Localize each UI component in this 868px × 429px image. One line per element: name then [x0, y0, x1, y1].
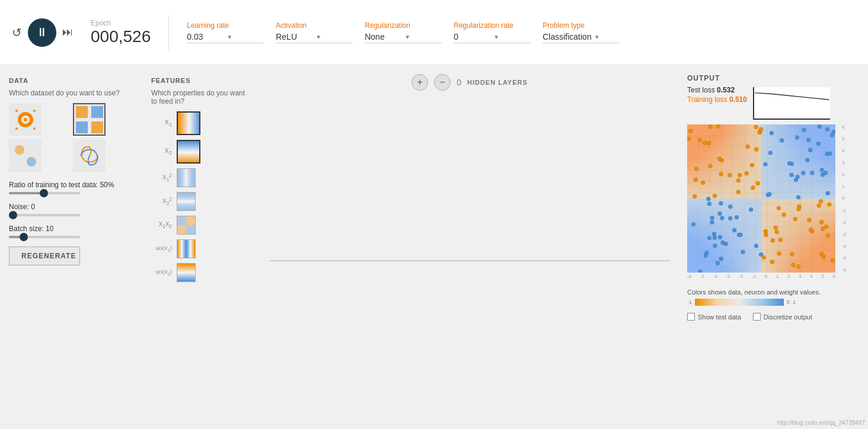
feature-x1x2-thumb[interactable]: [177, 216, 196, 235]
svg-rect-16: [177, 216, 186, 225]
batch-label: Batch size: 10: [9, 225, 133, 233]
feature-x1: X1: [151, 111, 252, 135]
regularization-select[interactable]: None ▼: [365, 32, 442, 43]
feature-x22-thumb[interactable]: [177, 192, 196, 211]
reg-rate-select[interactable]: 0 ▼: [454, 32, 531, 43]
svg-point-11: [27, 157, 36, 167]
learning-rate-value: 0.03: [187, 32, 224, 41]
feature-sinx1-thumb[interactable]: [177, 239, 196, 258]
remove-layer-button[interactable]: −: [434, 74, 451, 91]
restart-icon: ↺: [12, 25, 22, 40]
regularization-block: Regularization None ▼: [365, 21, 442, 43]
feature-x2-thumb[interactable]: [177, 140, 200, 164]
reg-rate-value: 0: [454, 32, 491, 41]
show-test-item: Show test data: [687, 313, 741, 321]
feature-x1-thumb[interactable]: [177, 111, 200, 135]
discretize-checkbox[interactable]: [753, 313, 761, 321]
batch-value: 10: [46, 225, 53, 233]
feature-x2-label: X2: [151, 147, 172, 156]
legend-neg: -1: [687, 299, 692, 305]
add-layer-button[interactable]: +: [411, 74, 428, 91]
show-test-label: Show test data: [698, 313, 741, 321]
feature-sinx1-label: sin(X1): [151, 245, 172, 253]
dataset-spiral-icon: [75, 141, 104, 171]
network-line-area: [270, 100, 669, 420]
ratio-thumb[interactable]: [40, 189, 48, 197]
feature-x1x2: X1X2: [151, 216, 252, 235]
pause-button[interactable]: ⏸: [28, 18, 56, 47]
epoch-label: Epoch: [91, 19, 151, 27]
reg-rate-arrow-icon: ▼: [493, 34, 531, 40]
next-button[interactable]: ⏭: [62, 26, 73, 39]
svg-point-10: [15, 145, 24, 155]
learning-rate-block: Learning rate 0.03 ▼: [187, 21, 264, 43]
regularization-label: Regularization: [365, 21, 442, 30]
svg-rect-8: [91, 106, 103, 118]
dataset-xor[interactable]: [73, 103, 106, 136]
feature-sinx2: sin(X2): [151, 263, 252, 282]
hidden-layers-count: 0: [457, 78, 461, 87]
main-area: DATA Which dataset do you want to use?: [0, 65, 868, 429]
output-checkboxes: Show test data Discretize output: [687, 313, 859, 321]
batch-slider-section: Batch size: 10: [9, 225, 133, 238]
problem-type-select[interactable]: Classification ▼: [542, 32, 620, 43]
dataset-circle[interactable]: [9, 103, 42, 136]
feature-sinx1: sin(X1): [151, 239, 252, 258]
dataset-xor-icon: [75, 105, 104, 135]
data-panel: DATA Which dataset do you want to use?: [0, 65, 142, 429]
network-connection-line: [270, 260, 669, 261]
y-axis-labels: 6 5 4 3 2 1 0 -1 -2 -3 -4 -5 -6: [842, 124, 846, 273]
feature-x1x2-label: X1X2: [151, 221, 172, 229]
feature-sinx2-thumb[interactable]: [177, 263, 196, 282]
loss-chart: [753, 87, 830, 120]
features-panel: FEATURES Which properties do you want to…: [142, 65, 261, 429]
reg-rate-label: Regularization rate: [454, 21, 531, 30]
feature-x12-thumb[interactable]: [177, 168, 196, 187]
show-test-checkbox[interactable]: [687, 313, 695, 321]
training-loss-row: Training loss 0.510: [687, 95, 747, 104]
discretize-label: Discretize output: [764, 313, 812, 321]
svg-rect-19: [177, 225, 186, 234]
svg-rect-7: [91, 121, 103, 133]
activation-select[interactable]: ReLU ▼: [276, 32, 353, 43]
feature-x1-label: X1: [151, 119, 172, 127]
feature-x22-label: X22: [151, 196, 172, 206]
pause-icon: ⏸: [36, 25, 48, 39]
batch-track: [9, 236, 80, 238]
restart-button[interactable]: ↺: [12, 25, 22, 40]
feature-x22-vis: [177, 193, 195, 210]
svg-point-1: [24, 118, 27, 121]
epoch-value: 000,526: [91, 27, 151, 46]
feature-x22: X22: [151, 192, 252, 211]
batch-thumb[interactable]: [20, 233, 28, 241]
regenerate-button[interactable]: REGENERATE: [9, 246, 80, 265]
ratio-value: 50%: [100, 181, 114, 189]
svg-rect-6: [76, 106, 88, 118]
svg-rect-13: [178, 141, 200, 164]
loss-chart-svg: [754, 87, 830, 119]
activation-label: Activation: [276, 21, 353, 30]
test-loss-row: Test loss 0.532: [687, 86, 747, 94]
dataset-blobs[interactable]: [9, 139, 42, 172]
dataset-spiral[interactable]: [73, 139, 106, 172]
noise-label: Noise: 0: [9, 203, 133, 211]
svg-point-4: [33, 110, 36, 112]
learning-rate-select[interactable]: 0.03 ▼: [187, 32, 264, 43]
legend-zero: 0: [787, 299, 790, 305]
hidden-layers-header: + − 0 HIDDEN LAYERS: [270, 74, 669, 91]
noise-thumb[interactable]: [9, 211, 17, 219]
training-loss-value: 0.510: [729, 95, 747, 104]
output-title: OUTPUT: [687, 74, 859, 82]
svg-rect-14: [177, 169, 195, 187]
svg-rect-9: [76, 121, 88, 133]
scatter-plot: [687, 124, 835, 273]
feature-sinx1-vis: [177, 240, 195, 258]
loss-section: Test loss 0.532 Training loss 0.510: [687, 86, 859, 120]
color-legend: Colors shows data, neuron and weight val…: [687, 289, 859, 306]
noise-track: [9, 214, 80, 216]
noise-value: 0: [31, 203, 35, 211]
toolbar: ↺ ⏸ ⏭ Epoch 000,526 Learning rate 0.03 ▼…: [0, 0, 868, 65]
svg-point-2: [15, 110, 18, 112]
svg-point-5: [15, 127, 18, 130]
feature-x12: X12: [151, 168, 252, 187]
